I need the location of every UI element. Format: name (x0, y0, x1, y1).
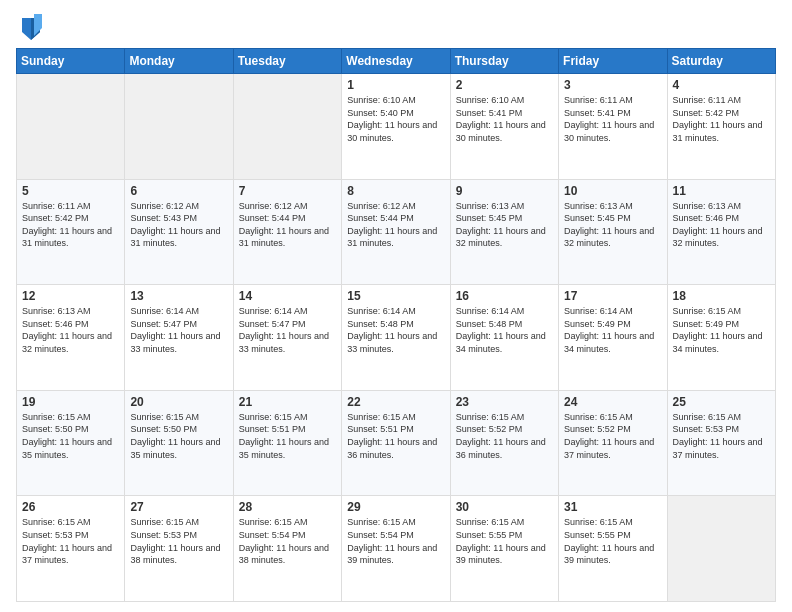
day-info: Sunrise: 6:15 AMSunset: 5:54 PMDaylight:… (347, 516, 444, 566)
day-info: Sunrise: 6:13 AMSunset: 5:46 PMDaylight:… (22, 305, 119, 355)
day-number: 11 (673, 184, 770, 198)
calendar-cell (233, 74, 341, 180)
calendar-table: SundayMondayTuesdayWednesdayThursdayFrid… (16, 48, 776, 602)
calendar-cell: 21Sunrise: 6:15 AMSunset: 5:51 PMDayligh… (233, 390, 341, 496)
day-info: Sunrise: 6:15 AMSunset: 5:50 PMDaylight:… (130, 411, 227, 461)
day-number: 2 (456, 78, 553, 92)
day-number: 7 (239, 184, 336, 198)
day-info: Sunrise: 6:15 AMSunset: 5:55 PMDaylight:… (456, 516, 553, 566)
day-number: 16 (456, 289, 553, 303)
day-header-wednesday: Wednesday (342, 49, 450, 74)
day-info: Sunrise: 6:15 AMSunset: 5:52 PMDaylight:… (564, 411, 661, 461)
day-number: 20 (130, 395, 227, 409)
day-number: 31 (564, 500, 661, 514)
day-info: Sunrise: 6:11 AMSunset: 5:42 PMDaylight:… (673, 94, 770, 144)
calendar-cell: 3Sunrise: 6:11 AMSunset: 5:41 PMDaylight… (559, 74, 667, 180)
day-info: Sunrise: 6:15 AMSunset: 5:51 PMDaylight:… (347, 411, 444, 461)
day-info: Sunrise: 6:12 AMSunset: 5:44 PMDaylight:… (239, 200, 336, 250)
day-info: Sunrise: 6:14 AMSunset: 5:48 PMDaylight:… (456, 305, 553, 355)
calendar-cell: 29Sunrise: 6:15 AMSunset: 5:54 PMDayligh… (342, 496, 450, 602)
day-info: Sunrise: 6:15 AMSunset: 5:51 PMDaylight:… (239, 411, 336, 461)
calendar-cell: 1Sunrise: 6:10 AMSunset: 5:40 PMDaylight… (342, 74, 450, 180)
calendar-cell: 18Sunrise: 6:15 AMSunset: 5:49 PMDayligh… (667, 285, 775, 391)
calendar-cell: 22Sunrise: 6:15 AMSunset: 5:51 PMDayligh… (342, 390, 450, 496)
day-number: 5 (22, 184, 119, 198)
day-info: Sunrise: 6:10 AMSunset: 5:41 PMDaylight:… (456, 94, 553, 144)
calendar-cell (125, 74, 233, 180)
day-header-saturday: Saturday (667, 49, 775, 74)
day-number: 29 (347, 500, 444, 514)
calendar-cell: 15Sunrise: 6:14 AMSunset: 5:48 PMDayligh… (342, 285, 450, 391)
day-info: Sunrise: 6:13 AMSunset: 5:45 PMDaylight:… (564, 200, 661, 250)
day-number: 10 (564, 184, 661, 198)
day-header-sunday: Sunday (17, 49, 125, 74)
day-number: 3 (564, 78, 661, 92)
day-header-tuesday: Tuesday (233, 49, 341, 74)
day-number: 6 (130, 184, 227, 198)
calendar-cell: 30Sunrise: 6:15 AMSunset: 5:55 PMDayligh… (450, 496, 558, 602)
day-info: Sunrise: 6:15 AMSunset: 5:49 PMDaylight:… (673, 305, 770, 355)
day-info: Sunrise: 6:15 AMSunset: 5:52 PMDaylight:… (456, 411, 553, 461)
calendar-cell: 7Sunrise: 6:12 AMSunset: 5:44 PMDaylight… (233, 179, 341, 285)
calendar-cell: 23Sunrise: 6:15 AMSunset: 5:52 PMDayligh… (450, 390, 558, 496)
header (16, 12, 776, 42)
day-header-friday: Friday (559, 49, 667, 74)
day-number: 24 (564, 395, 661, 409)
page: SundayMondayTuesdayWednesdayThursdayFrid… (0, 0, 792, 612)
calendar-week-row: 19Sunrise: 6:15 AMSunset: 5:50 PMDayligh… (17, 390, 776, 496)
day-info: Sunrise: 6:12 AMSunset: 5:43 PMDaylight:… (130, 200, 227, 250)
calendar-header-row: SundayMondayTuesdayWednesdayThursdayFrid… (17, 49, 776, 74)
day-number: 28 (239, 500, 336, 514)
day-info: Sunrise: 6:13 AMSunset: 5:45 PMDaylight:… (456, 200, 553, 250)
calendar-cell: 4Sunrise: 6:11 AMSunset: 5:42 PMDaylight… (667, 74, 775, 180)
day-info: Sunrise: 6:15 AMSunset: 5:53 PMDaylight:… (130, 516, 227, 566)
logo (16, 16, 42, 42)
day-number: 4 (673, 78, 770, 92)
day-info: Sunrise: 6:15 AMSunset: 5:53 PMDaylight:… (22, 516, 119, 566)
day-number: 15 (347, 289, 444, 303)
calendar-cell: 5Sunrise: 6:11 AMSunset: 5:42 PMDaylight… (17, 179, 125, 285)
day-number: 18 (673, 289, 770, 303)
calendar-cell: 11Sunrise: 6:13 AMSunset: 5:46 PMDayligh… (667, 179, 775, 285)
day-info: Sunrise: 6:11 AMSunset: 5:42 PMDaylight:… (22, 200, 119, 250)
day-number: 30 (456, 500, 553, 514)
day-info: Sunrise: 6:11 AMSunset: 5:41 PMDaylight:… (564, 94, 661, 144)
day-info: Sunrise: 6:13 AMSunset: 5:46 PMDaylight:… (673, 200, 770, 250)
day-number: 27 (130, 500, 227, 514)
day-info: Sunrise: 6:14 AMSunset: 5:48 PMDaylight:… (347, 305, 444, 355)
day-number: 12 (22, 289, 119, 303)
calendar-cell: 9Sunrise: 6:13 AMSunset: 5:45 PMDaylight… (450, 179, 558, 285)
calendar-cell: 13Sunrise: 6:14 AMSunset: 5:47 PMDayligh… (125, 285, 233, 391)
day-number: 17 (564, 289, 661, 303)
calendar-cell (667, 496, 775, 602)
day-info: Sunrise: 6:14 AMSunset: 5:47 PMDaylight:… (130, 305, 227, 355)
day-header-thursday: Thursday (450, 49, 558, 74)
calendar-cell: 31Sunrise: 6:15 AMSunset: 5:55 PMDayligh… (559, 496, 667, 602)
day-number: 13 (130, 289, 227, 303)
calendar-cell: 17Sunrise: 6:14 AMSunset: 5:49 PMDayligh… (559, 285, 667, 391)
day-number: 23 (456, 395, 553, 409)
day-info: Sunrise: 6:15 AMSunset: 5:54 PMDaylight:… (239, 516, 336, 566)
calendar-week-row: 26Sunrise: 6:15 AMSunset: 5:53 PMDayligh… (17, 496, 776, 602)
calendar-cell: 8Sunrise: 6:12 AMSunset: 5:44 PMDaylight… (342, 179, 450, 285)
day-number: 19 (22, 395, 119, 409)
calendar-cell: 27Sunrise: 6:15 AMSunset: 5:53 PMDayligh… (125, 496, 233, 602)
calendar-cell: 26Sunrise: 6:15 AMSunset: 5:53 PMDayligh… (17, 496, 125, 602)
calendar-cell: 19Sunrise: 6:15 AMSunset: 5:50 PMDayligh… (17, 390, 125, 496)
day-number: 1 (347, 78, 444, 92)
day-info: Sunrise: 6:14 AMSunset: 5:49 PMDaylight:… (564, 305, 661, 355)
day-number: 26 (22, 500, 119, 514)
calendar-cell: 12Sunrise: 6:13 AMSunset: 5:46 PMDayligh… (17, 285, 125, 391)
calendar-cell: 28Sunrise: 6:15 AMSunset: 5:54 PMDayligh… (233, 496, 341, 602)
calendar-cell: 14Sunrise: 6:14 AMSunset: 5:47 PMDayligh… (233, 285, 341, 391)
day-number: 8 (347, 184, 444, 198)
logo-icon (20, 14, 42, 42)
day-number: 25 (673, 395, 770, 409)
calendar-cell: 2Sunrise: 6:10 AMSunset: 5:41 PMDaylight… (450, 74, 558, 180)
calendar-cell: 10Sunrise: 6:13 AMSunset: 5:45 PMDayligh… (559, 179, 667, 285)
calendar-week-row: 12Sunrise: 6:13 AMSunset: 5:46 PMDayligh… (17, 285, 776, 391)
day-number: 9 (456, 184, 553, 198)
calendar-cell (17, 74, 125, 180)
calendar-cell: 6Sunrise: 6:12 AMSunset: 5:43 PMDaylight… (125, 179, 233, 285)
day-number: 21 (239, 395, 336, 409)
